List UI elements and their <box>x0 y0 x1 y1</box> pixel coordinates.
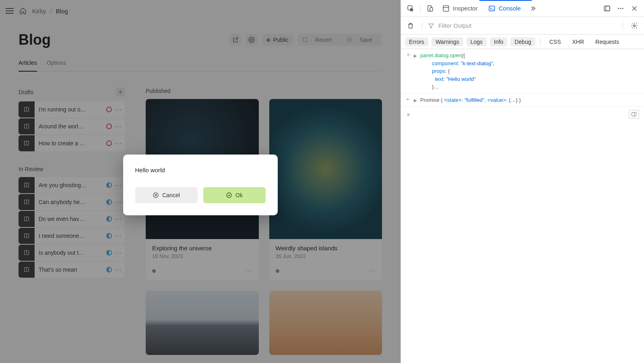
cancel-button[interactable]: Cancel <box>135 187 198 203</box>
inspect-element-button[interactable] <box>405 3 416 14</box>
filter-chip-xhr[interactable]: XHR <box>568 37 588 46</box>
svg-rect-8 <box>489 6 495 11</box>
svg-point-11 <box>618 8 619 9</box>
dialog-overlay: Hello world Cancel Ok <box>0 0 400 363</box>
expand-caret-icon[interactable]: ▶ <box>414 97 417 103</box>
dock-button[interactable] <box>601 3 613 14</box>
more-tabs-button[interactable] <box>527 3 539 14</box>
filter-icon <box>428 23 434 29</box>
filter-chip-requests[interactable]: Requests <box>591 37 623 46</box>
svg-rect-15 <box>632 112 636 116</box>
ok-button[interactable]: Ok <box>203 187 266 203</box>
console-prompt[interactable] <box>401 107 644 122</box>
filter-chip-logs[interactable]: Logs <box>466 37 487 46</box>
filter-chip-errors[interactable]: Errors <box>405 37 428 46</box>
console-settings-button[interactable] <box>629 20 640 31</box>
svg-point-3 <box>227 193 231 198</box>
svg-point-14 <box>634 25 636 27</box>
dialog-text: Hello world <box>135 167 266 173</box>
output-arrow-icon <box>406 97 411 102</box>
console-tab[interactable]: Console <box>484 0 525 17</box>
devtools-more-button[interactable] <box>615 3 626 14</box>
clear-console-button[interactable] <box>405 20 416 31</box>
input-arrow-icon <box>406 52 411 57</box>
console-result[interactable]: Promise { <state>: "fulfilled", <value>:… <box>420 96 639 104</box>
responsive-mode-button[interactable] <box>425 3 436 14</box>
prompt-arrow-icon <box>406 112 411 117</box>
console-code[interactable]: panel.dialog.open({ component: "k-text-d… <box>420 52 639 91</box>
expand-caret-icon[interactable]: ▶ <box>414 53 417 59</box>
filter-chip-info[interactable]: Info <box>490 37 507 46</box>
text-dialog: Hello world Cancel Ok <box>123 155 278 215</box>
console-output-row: ▶ Promise { <state>: "fulfilled", <value… <box>401 94 644 107</box>
filter-output-input[interactable] <box>438 22 617 29</box>
svg-point-13 <box>622 8 623 9</box>
sidebar-toggle-button[interactable] <box>629 110 639 119</box>
filter-chip-debug[interactable]: Debug <box>510 37 535 46</box>
close-devtools-button[interactable] <box>629 3 640 14</box>
svg-rect-9 <box>604 6 610 11</box>
svg-point-12 <box>620 8 621 9</box>
console-input-echo: ▶ panel.dialog.open({ component: "k-text… <box>401 49 644 94</box>
inspector-tab[interactable]: Inspector <box>438 0 482 17</box>
svg-rect-6 <box>430 7 433 11</box>
svg-rect-10 <box>606 6 610 11</box>
svg-rect-7 <box>443 6 449 11</box>
filter-chip-css[interactable]: CSS <box>545 37 565 46</box>
filter-chip-warnings[interactable]: Warnings <box>431 37 463 46</box>
